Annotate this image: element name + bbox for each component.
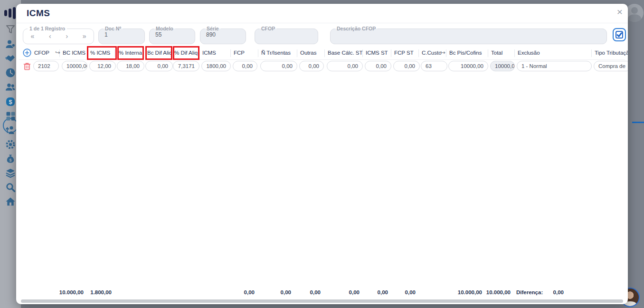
annotation-box-pct-interna (117, 46, 144, 60)
avatar-head-shape (631, 7, 638, 14)
column-separator (391, 49, 391, 57)
icms-modal: ICMS × 1 de 1 Registro « ‹ › » Doc Nº 1 … (16, 4, 628, 304)
hook-arrow-icon: ↪ (55, 48, 60, 57)
col-header-bc-icms[interactable]: BC ICMS (63, 48, 85, 57)
descricao-cfop-label: Descrição CFOP (335, 26, 378, 31)
col-header-tipo-tributacao[interactable]: Tipo Tributaçã (595, 48, 626, 57)
nav-last-button[interactable]: » (81, 32, 88, 40)
close-icon[interactable]: × (614, 6, 626, 18)
column-separator (230, 49, 231, 57)
column-separator (446, 49, 446, 57)
total-fcp: 0,00 (217, 289, 255, 297)
nav-next-button[interactable]: › (64, 32, 70, 40)
finance-dollar-icon[interactable]: $ (5, 96, 16, 107)
row-cell-icms[interactable]: 1800,00 (201, 61, 231, 71)
user-settings-icon[interactable] (5, 38, 16, 50)
home-icon[interactable] (5, 196, 16, 207)
row-cell-icms-st[interactable]: 0,00 (365, 61, 391, 71)
row-cell-fcp[interactable]: 0,00 (233, 61, 257, 71)
column-separator (514, 49, 515, 57)
nav-prev-button[interactable]: ‹ (47, 32, 53, 40)
row-cell-exclusao[interactable]: 1 - Normal (517, 61, 592, 71)
app-logo (4, 7, 17, 20)
row-cell-tipo-tributacao[interactable]: Compra de (594, 61, 628, 71)
settings-gear-icon[interactable] (5, 139, 16, 150)
col-header-outras[interactable]: Outras (300, 48, 317, 57)
row-cell-cfop[interactable]: 2102 (33, 61, 59, 71)
modelo-label: Modelo (154, 26, 175, 31)
svg-text:$: $ (9, 98, 12, 106)
total-fcp-st: 0,00 (378, 289, 416, 297)
row-cell-n-tr-isentas[interactable]: 0,00 (260, 61, 297, 71)
annotation-box-pct-dif-aliq (173, 46, 199, 60)
col-header-bc-pis-cofins[interactable]: Bc Pis/Cofins (449, 48, 482, 57)
total-icms: 1.800,00 (74, 289, 112, 297)
row-cell-c-custo[interactable]: 63 (421, 61, 447, 71)
cfop-label: CFOP (259, 26, 277, 31)
add-row-icon[interactable] (23, 48, 31, 57)
row-cell-bc-pis-cofins[interactable]: 10000,00 (448, 61, 488, 71)
users-icon[interactable] (5, 81, 16, 93)
serie-value: 890 (200, 31, 246, 38)
confirm-button[interactable] (612, 28, 626, 42)
row-cell-bc-icms[interactable]: 10000,00 (62, 61, 87, 71)
total-geral: 10.000,00 (473, 289, 511, 297)
modelo-field[interactable]: Modelo 55 (149, 26, 195, 44)
user-avatar-placeholder[interactable] (625, 4, 644, 22)
serie-field[interactable]: Série 890 (200, 26, 246, 44)
money-bag-icon[interactable]: $ (5, 153, 16, 164)
active-tab-underline (632, 122, 644, 123)
clock-icon[interactable] (5, 67, 16, 78)
descricao-cfop-field[interactable]: Descrição CFOP (330, 26, 607, 44)
col-header-cfop[interactable]: CFOP (34, 48, 49, 57)
doc-number-label: Doc Nº (103, 26, 123, 31)
row-cell-pct-icms[interactable]: 12,00 (89, 61, 116, 71)
row-cell-base-calc-st[interactable]: 0,00 (327, 61, 363, 71)
doc-number-field[interactable]: Doc Nº 1 (98, 26, 145, 44)
column-separator (418, 49, 419, 57)
row-cell-fcp-st[interactable]: 0,00 (393, 61, 420, 71)
col-header-fcp[interactable]: FCP (234, 48, 245, 57)
row-cell-bc-dif-aliq[interactable]: 0,00 (145, 61, 173, 71)
avatar-body-shape (628, 14, 641, 22)
annotation-box-bc-dif-aliq (145, 46, 172, 60)
column-separator (591, 49, 592, 57)
row-cell-total: 10000,00 (490, 61, 515, 71)
calculator-icon[interactable] (5, 110, 16, 122)
record-navigator-legend: 1 de 1 Registro (28, 26, 67, 31)
col-header-fcp-st[interactable]: FCP ST (394, 48, 414, 57)
modelo-value: 55 (150, 31, 195, 38)
record-navigator: 1 de 1 Registro « ‹ › » (23, 26, 94, 44)
row-cell-pct-interna[interactable]: 18,00 (117, 61, 144, 71)
filter-icon[interactable] (5, 24, 16, 35)
col-header-n-tr-isentas[interactable]: Ñ Tr/Isentas (261, 48, 291, 57)
layers-icon[interactable] (5, 167, 16, 179)
col-header-exclusao[interactable]: Exclusão (518, 48, 540, 57)
total-outras: 0,00 (283, 289, 321, 297)
col-header-c-custo[interactable]: C.Custo (422, 48, 442, 57)
diferenca-value: 0,00 (526, 289, 564, 297)
delete-row-icon[interactable] (23, 62, 31, 70)
row-cell-pct-dif-aliq[interactable]: 7,3171 (173, 61, 199, 71)
column-separator (488, 49, 488, 57)
col-header-total[interactable]: Total (491, 48, 502, 57)
handshake-icon[interactable] (5, 53, 16, 64)
hook-arrow-icon: ↪ (440, 48, 445, 57)
user-upgrade-icon[interactable] (5, 125, 16, 136)
doc-number-value: 1 (99, 31, 144, 38)
row-cell-outras[interactable]: 0,00 (299, 61, 324, 71)
serie-label: Série (205, 26, 221, 31)
search-icon[interactable] (5, 182, 16, 193)
nav-first-button[interactable]: « (28, 32, 36, 40)
modal-title: ICMS (27, 8, 50, 19)
cfop-field[interactable]: CFOP (255, 26, 318, 44)
column-separator (324, 49, 325, 57)
col-header-icms-st[interactable]: ICMS ST (366, 48, 388, 57)
column-separator (297, 49, 297, 57)
horizontal-scrollbar[interactable] (21, 299, 623, 303)
column-separator (258, 49, 258, 57)
title-divider (16, 23, 628, 23)
annotation-box-pct-icms (87, 46, 117, 60)
col-header-icms[interactable]: ICMS (202, 48, 216, 57)
col-header-base-calc-st[interactable]: Base Cálc. ST (328, 48, 363, 57)
